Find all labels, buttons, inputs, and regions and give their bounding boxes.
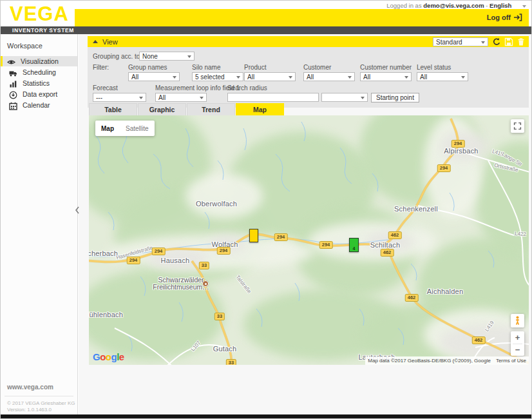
- road-badge-462: 462: [405, 294, 419, 302]
- search-radius-unit-select[interactable]: [321, 93, 368, 102]
- tab-trend[interactable]: Trend: [187, 103, 235, 115]
- logoff-button[interactable]: Log off: [487, 13, 522, 22]
- silo-marker-1[interactable]: [249, 229, 258, 242]
- filter-select-customer-number[interactable]: All: [360, 72, 412, 81]
- map-attribution: Map data ©2017 GeoBasis-DE/BKG (©2009), …: [365, 356, 529, 365]
- road-badge-33: 33: [214, 313, 225, 320]
- fullscreen-button[interactable]: [511, 119, 524, 133]
- bar-chart-icon: [9, 79, 17, 88]
- starting-point-button[interactable]: Starting point: [371, 93, 419, 102]
- sidebar-footer: www.vega.com © 2017 VEGA Grieshaber KG V…: [1, 384, 77, 413]
- filter-select-group-names[interactable]: All: [128, 72, 180, 81]
- road-badge-294: 294: [274, 233, 288, 241]
- view-panel-body: Grouping acc. to: None Filter: Group nam…: [88, 47, 529, 108]
- main-content: View Standard: [79, 34, 532, 416]
- terms-of-use-link[interactable]: Terms of Use: [493, 356, 529, 365]
- pegman-icon: [514, 316, 521, 326]
- road-badge-33: 33: [199, 262, 209, 269]
- map-canvas[interactable]: AlpirsbachOberwolfachSchenkenzellWolfach…: [89, 115, 529, 365]
- town-label-oberwolfach: Oberwolfach: [196, 200, 237, 208]
- pegman-button[interactable]: [511, 314, 524, 327]
- sidebar-item-statistics[interactable]: Statistics: [1, 78, 77, 88]
- google-logo: Google: [93, 351, 124, 362]
- mli-filter: Measurement loop info field 1 All: [155, 84, 227, 102]
- filter-select-customer[interactable]: All: [303, 72, 355, 81]
- road-badge-33: 33: [226, 359, 236, 365]
- map-type-control: Map Satellite: [95, 121, 155, 136]
- mli-select[interactable]: All: [155, 93, 207, 102]
- tab-table[interactable]: Table: [89, 103, 137, 115]
- filter-label-customer-number: Customer number: [360, 64, 417, 71]
- sidebar-item-visualization[interactable]: Visualization: [1, 56, 77, 66]
- silo-marker-2[interactable]: 4: [349, 238, 359, 252]
- zoom-in-button[interactable]: +: [511, 331, 524, 344]
- filter-customer: CustomerAll: [303, 64, 360, 81]
- login-info: Logged in as demo@vis.vega.com - English: [386, 2, 526, 9]
- reset-view-icon[interactable]: [492, 37, 501, 46]
- sidebar-item-label: Statistics: [23, 79, 50, 87]
- google-logo-letter: o: [100, 351, 106, 362]
- forecast-select[interactable]: ---: [93, 93, 146, 102]
- filter-select-silo-name[interactable]: 5 selected: [192, 72, 243, 81]
- map-type-map-button[interactable]: Map: [95, 125, 120, 132]
- tab-graphic[interactable]: Graphic: [138, 103, 186, 115]
- filter-label-level-status: Level status: [417, 64, 468, 71]
- delete-view-icon[interactable]: [517, 37, 526, 46]
- map-type-satellite-button[interactable]: Satellite: [120, 125, 155, 132]
- separator: -: [486, 2, 488, 9]
- zoom-out-button[interactable]: −: [511, 344, 524, 356]
- town-label-schiltach: Schiltach: [370, 241, 400, 249]
- town-label-schenkenzell: Schenkenzell: [394, 205, 438, 213]
- road-badge-294: 294: [437, 164, 451, 172]
- filter-group-names: Group namesAll: [128, 64, 192, 81]
- version-text: Version: 1.0.1463.0: [1, 407, 77, 413]
- sidebar: Workspace VisualizationSchedulingStatist…: [1, 34, 78, 416]
- museum-poi-icon[interactable]: [202, 280, 209, 287]
- filter-level-status: Level statusAll: [417, 64, 468, 81]
- mli-label: Measurement loop info field 1: [155, 84, 227, 92]
- zoom-control: + −: [511, 331, 524, 356]
- copyright-text: © 2017 VEGA Grieshaber KG: [1, 400, 77, 407]
- tab-map[interactable]: Map: [236, 103, 284, 115]
- bottom-bar: [1, 414, 532, 418]
- sidebar-item-scheduling[interactable]: Scheduling: [1, 67, 77, 77]
- sidebar-collapse-button[interactable]: [75, 206, 82, 219]
- brand-row: Log off VEGA: [1, 9, 532, 26]
- grouping-select[interactable]: None: [139, 52, 195, 61]
- town-label-hausach: Hausach: [161, 257, 190, 264]
- road-badge-294: 294: [319, 241, 333, 249]
- view-panel-header[interactable]: View Standard: [88, 36, 529, 47]
- map-data-attribution: Map data ©2017 GeoBasis-DE/BKG (©2009), …: [365, 356, 493, 365]
- logoff-label: Log off: [487, 14, 511, 21]
- town-label-alpirsbach: Alpirsbach: [444, 147, 478, 155]
- language-selector[interactable]: English: [489, 2, 511, 9]
- filter-select-level-status[interactable]: All: [417, 72, 468, 81]
- search-radius-label: Search radius: [227, 84, 419, 92]
- road-badge-462: 462: [472, 336, 486, 344]
- logged-in-prefix: Logged in as: [386, 2, 421, 9]
- save-view-icon[interactable]: [504, 37, 513, 46]
- vega-website-link[interactable]: www.vega.com: [1, 384, 77, 391]
- sidebar-title: Workspace: [1, 34, 77, 56]
- filter-select-product[interactable]: All: [244, 72, 296, 81]
- fullscreen-icon: [513, 122, 522, 130]
- filter-label-silo-name: Silo name: [192, 64, 244, 71]
- filter-silo-name: Silo name5 selected: [192, 64, 244, 81]
- street-label-l422: L422: [515, 231, 526, 237]
- grouping-label: Grouping acc. to:: [93, 53, 139, 60]
- sidebar-item-label: Scheduling: [23, 68, 56, 76]
- forecast-label: Forecast: [93, 84, 155, 92]
- view-panel: View Standard: [88, 36, 529, 108]
- preset-select[interactable]: Standard: [433, 37, 488, 46]
- view-panel-title: View: [102, 38, 118, 46]
- logo-subtitle-band: INVENTORY SYSTEM: [1, 26, 532, 34]
- search-radius-input[interactable]: [227, 93, 319, 102]
- sidebar-item-data-export[interactable]: Data export: [1, 89, 77, 99]
- user-email: demo@vis.vega.com: [423, 2, 484, 9]
- road-badge-294: 294: [127, 257, 140, 264]
- sidebar-item-calendar[interactable]: Calendar: [1, 100, 77, 110]
- town-label-m-hlenbach: Mühlenbach: [89, 311, 123, 318]
- filter-label-group-names: Group names: [128, 64, 192, 71]
- search-radius-group: Search radius Starting point: [227, 84, 419, 102]
- chevron-down-icon[interactable]: [522, 5, 526, 8]
